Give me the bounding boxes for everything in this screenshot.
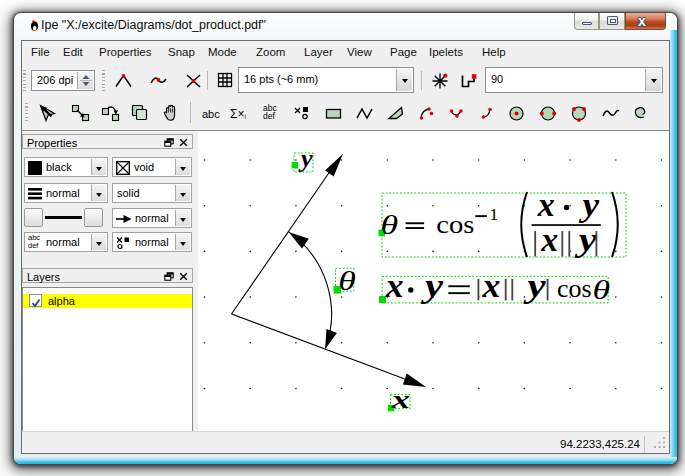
svg-text:y: y xyxy=(578,186,599,224)
svg-text:θ: θ xyxy=(338,266,356,296)
svg-text:θ: θ xyxy=(381,210,399,240)
svg-text:x: x xyxy=(391,385,411,414)
svg-text:x: x xyxy=(537,186,555,223)
svg-text:x: x xyxy=(481,267,500,305)
svg-text:1: 1 xyxy=(489,204,498,224)
svg-text:cos: cos xyxy=(557,274,592,303)
svg-text:y: y xyxy=(421,267,444,304)
svg-text:y: y xyxy=(523,267,546,304)
svg-text:y: y xyxy=(574,221,597,258)
svg-text:x: x xyxy=(540,221,558,258)
svg-text:cos: cos xyxy=(436,210,474,239)
svg-text:x: x xyxy=(385,267,404,305)
svg-text:y: y xyxy=(298,144,313,173)
svg-text:θ: θ xyxy=(593,275,611,305)
